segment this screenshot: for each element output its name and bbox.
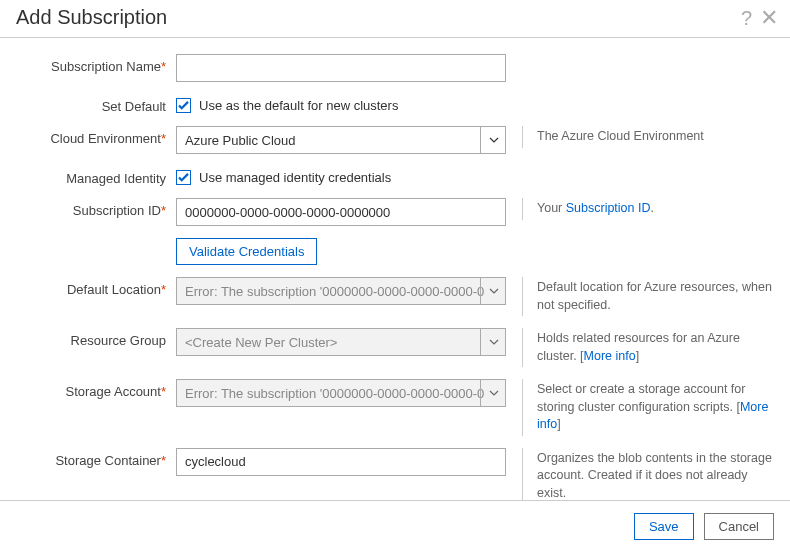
row-resource-group: Resource Group <Create New Per Cluster> … xyxy=(16,328,774,367)
subscription-id-input[interactable] xyxy=(176,198,506,226)
dialog-header: Add Subscription ? ✕ xyxy=(0,0,790,38)
managed-identity-checkbox[interactable] xyxy=(176,170,191,185)
hint-storage-container: Organizes the blob contents in the stora… xyxy=(522,448,774,501)
check-icon xyxy=(178,173,189,182)
check-icon xyxy=(178,101,189,110)
subscription-id-link[interactable]: Subscription ID xyxy=(566,201,651,215)
row-default-location: Default Location* Error: The subscriptio… xyxy=(16,277,774,316)
required-mark: * xyxy=(161,131,166,146)
row-subscription-name: Subscription Name* xyxy=(16,54,774,82)
row-managed-identity: Managed Identity Use managed identity cr… xyxy=(16,166,774,186)
required-mark: * xyxy=(161,203,166,218)
managed-identity-checkbox-row: Use managed identity credentials xyxy=(176,166,506,185)
cancel-button[interactable]: Cancel xyxy=(704,513,774,540)
add-subscription-dialog: Add Subscription ? ✕ Subscription Name* … xyxy=(0,0,790,552)
label-managed-identity: Managed Identity xyxy=(16,166,176,186)
hint-subscription-id: Your Subscription ID. xyxy=(522,198,774,220)
hint-storage-account: Select or create a storage account for s… xyxy=(522,379,774,436)
resource-group-select[interactable]: <Create New Per Cluster> xyxy=(176,328,506,356)
row-set-default: Set Default Use as the default for new c… xyxy=(16,94,774,114)
row-validate: Validate Credentials xyxy=(16,238,774,265)
label-subscription-name: Subscription Name* xyxy=(16,54,176,74)
managed-identity-checkbox-label: Use managed identity credentials xyxy=(199,170,391,185)
label-cloud-environment: Cloud Environment* xyxy=(16,126,176,146)
storage-container-input[interactable] xyxy=(176,448,506,476)
close-icon[interactable]: ✕ xyxy=(760,7,778,29)
dialog-footer: Save Cancel xyxy=(0,500,790,552)
help-icon[interactable]: ? xyxy=(741,8,752,28)
row-storage-container: Storage Container* Organizes the blob co… xyxy=(16,448,774,501)
storage-account-select[interactable]: Error: The subscription '0000000-0000-00… xyxy=(176,379,506,407)
label-default-location: Default Location* xyxy=(16,277,176,297)
required-mark: * xyxy=(161,384,166,399)
set-default-checkbox-row: Use as the default for new clusters xyxy=(176,94,506,113)
label-storage-container: Storage Container* xyxy=(16,448,176,468)
save-button[interactable]: Save xyxy=(634,513,694,540)
required-mark: * xyxy=(161,282,166,297)
set-default-checkbox[interactable] xyxy=(176,98,191,113)
form-area: Subscription Name* Set Default Use as th… xyxy=(0,38,790,500)
default-location-select[interactable]: Error: The subscription '0000000-0000-00… xyxy=(176,277,506,305)
more-info-link[interactable]: More info xyxy=(584,349,636,363)
required-mark: * xyxy=(161,453,166,468)
row-cloud-environment: Cloud Environment* Azure Public Cloud Th… xyxy=(16,126,774,154)
label-subscription-id: Subscription ID* xyxy=(16,198,176,218)
label-storage-account: Storage Account* xyxy=(16,379,176,399)
hint-cloud-environment: The Azure Cloud Environment xyxy=(522,126,774,148)
row-storage-account: Storage Account* Error: The subscription… xyxy=(16,379,774,436)
required-mark: * xyxy=(161,59,166,74)
label-set-default: Set Default xyxy=(16,94,176,114)
row-subscription-id: Subscription ID* Your Subscription ID. xyxy=(16,198,774,226)
set-default-checkbox-label: Use as the default for new clusters xyxy=(199,98,398,113)
cloud-environment-select[interactable]: Azure Public Cloud xyxy=(176,126,506,154)
hint-resource-group: Holds related resources for an Azure clu… xyxy=(522,328,774,367)
subscription-name-input[interactable] xyxy=(176,54,506,82)
validate-credentials-button[interactable]: Validate Credentials xyxy=(176,238,317,265)
dialog-title: Add Subscription xyxy=(16,6,167,29)
hint-default-location: Default location for Azure resources, wh… xyxy=(522,277,774,316)
header-actions: ? ✕ xyxy=(741,7,778,29)
label-resource-group: Resource Group xyxy=(16,328,176,348)
